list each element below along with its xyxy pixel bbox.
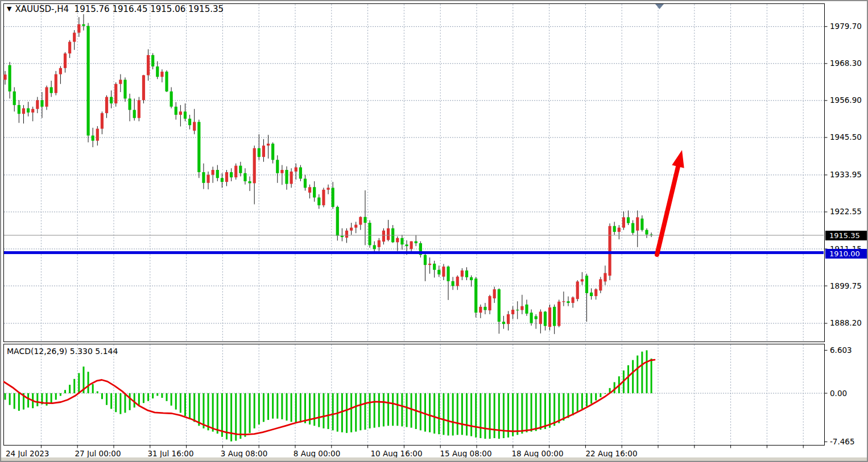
svg-text:1933.95: 1933.95 xyxy=(830,170,862,179)
macd-axis[interactable]: 6.6030.00-7.465 xyxy=(825,346,855,446)
svg-text:-7.465: -7.465 xyxy=(830,437,855,446)
quote-close: 1915.35 xyxy=(188,4,224,14)
svg-text:24 Jul 2023: 24 Jul 2023 xyxy=(6,449,49,458)
current-price-badge: 1915.35 xyxy=(825,231,867,240)
svg-text:1945.50: 1945.50 xyxy=(830,132,862,141)
window-bottom-edge xyxy=(1,457,867,461)
svg-text:1979.70: 1979.70 xyxy=(830,22,862,31)
svg-text:1922.55: 1922.55 xyxy=(830,207,862,216)
svg-text:22 Aug 16:00: 22 Aug 16:00 xyxy=(585,449,637,458)
svg-text:3 Aug 08:00: 3 Aug 08:00 xyxy=(221,449,267,458)
svg-text:1968.30: 1968.30 xyxy=(830,59,862,68)
svg-text:6.603: 6.603 xyxy=(830,346,852,355)
svg-text:10 Aug 16:00: 10 Aug 16:00 xyxy=(370,449,422,458)
svg-text:1899.75: 1899.75 xyxy=(830,281,862,290)
symbol-period-label: XAUUSD-,H4 xyxy=(15,4,69,14)
main-chart-area[interactable] xyxy=(4,4,824,342)
svg-text:1956.90: 1956.90 xyxy=(830,95,862,105)
svg-text:31 Jul 16:00: 31 Jul 16:00 xyxy=(148,449,194,458)
time-axis[interactable]: 24 Jul 202327 Jul 00:0031 Jul 16:003 Aug… xyxy=(6,446,803,459)
macd-panel-area[interactable] xyxy=(4,344,824,445)
quote-open: 1915.76 xyxy=(75,4,110,14)
macd-indicator-label: MACD(12,26,9) 5.330 5.144 xyxy=(7,347,118,356)
quote-low: 1915.06 xyxy=(150,4,185,14)
level-price-badge: 1910.00 xyxy=(825,249,867,259)
svg-text:15 Aug 08:00: 15 Aug 08:00 xyxy=(440,449,491,458)
quote-high: 1916.45 xyxy=(112,4,147,14)
chart-canvas: 1979.701968.301956.901945.501933.951922.… xyxy=(1,1,868,462)
symbol-dropdown-icon[interactable]: ▼ xyxy=(7,5,11,13)
svg-text:0.00: 0.00 xyxy=(830,389,847,398)
svg-text:1888.20: 1888.20 xyxy=(830,318,862,327)
svg-text:27 Jul 00:00: 27 Jul 00:00 xyxy=(75,449,121,458)
chart-window: 1979.701968.301956.901945.501933.951922.… xyxy=(0,0,868,462)
chart-title: ▼XAUUSD-,H4 1915.76 1916.45 1915.06 1915… xyxy=(7,4,224,14)
svg-text:18 Aug 00:00: 18 Aug 00:00 xyxy=(511,449,563,458)
price-axis[interactable]: 1979.701968.301956.901945.501933.951922.… xyxy=(825,22,862,327)
svg-text:8 Aug 00:00: 8 Aug 00:00 xyxy=(294,449,340,458)
